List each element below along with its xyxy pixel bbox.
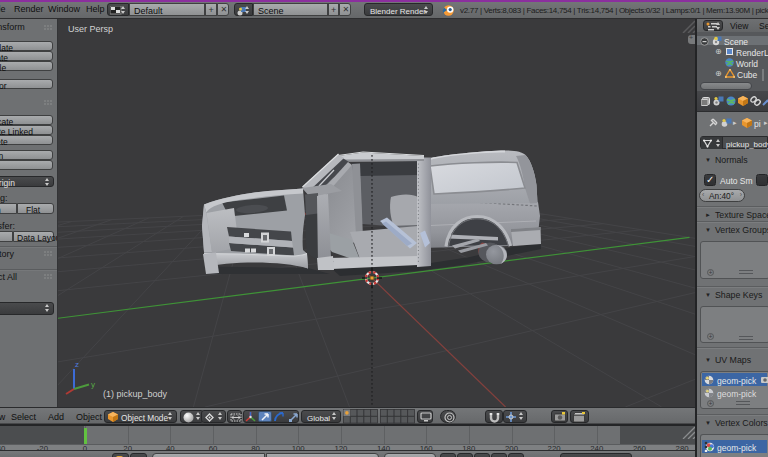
svg-text:z: z <box>75 360 79 369</box>
svg-text:y: y <box>91 380 95 389</box>
